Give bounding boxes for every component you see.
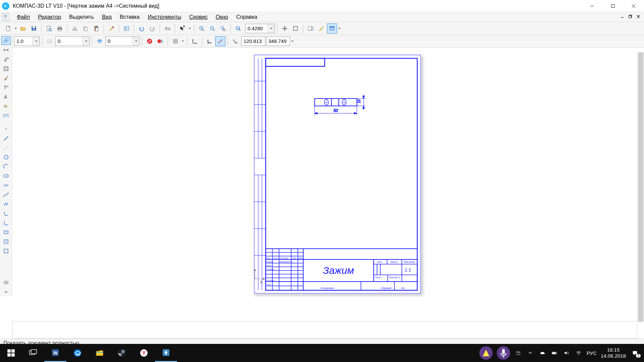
wifi-icon[interactable] <box>575 349 583 357</box>
start-button[interactable] <box>0 344 22 362</box>
toolbar1-overflow[interactable] <box>188 27 192 30</box>
dimension-panel-button[interactable] <box>1 46 11 54</box>
explorer-button[interactable] <box>89 344 111 362</box>
variables-button[interactable] <box>121 23 131 34</box>
print-button[interactable] <box>55 23 65 34</box>
alice-button[interactable] <box>479 346 493 360</box>
polyline-button[interactable] <box>1 200 11 208</box>
spline-button[interactable] <box>1 181 11 190</box>
language-indicator[interactable]: РУС <box>587 350 597 356</box>
zoom-in-button[interactable] <box>197 23 207 34</box>
panel-expand-button[interactable] <box>1 288 11 296</box>
redo-button[interactable] <box>147 23 157 34</box>
menu-select[interactable]: Выделить <box>65 13 98 21</box>
copy-button[interactable] <box>80 23 91 34</box>
menu-file[interactable]: Файл <box>13 13 34 21</box>
open-button[interactable] <box>18 23 28 34</box>
circle-button[interactable] <box>1 153 11 162</box>
ortho-button[interactable] <box>205 36 215 46</box>
mdi-minimize-button[interactable] <box>619 13 626 19</box>
document-icon[interactable] <box>2 13 9 21</box>
toolbar2-overflow[interactable] <box>291 40 294 43</box>
hatch-panel-button[interactable] <box>1 64 11 73</box>
panel-settings-button[interactable] <box>1 278 11 287</box>
text-panel-button[interactable]: T <box>1 83 11 92</box>
layer-button[interactable] <box>95 36 105 46</box>
arc-button[interactable] <box>1 162 11 171</box>
vertical-scrollbar[interactable] <box>637 52 644 322</box>
fillet-button[interactable] <box>1 219 11 227</box>
show-all-button[interactable] <box>327 23 337 34</box>
hatch-button[interactable] <box>1 237 11 246</box>
menu-tools[interactable]: Инструменты <box>144 13 185 21</box>
bezier-button[interactable] <box>1 190 11 199</box>
edit-panel-button[interactable] <box>1 74 11 82</box>
layer-arrow[interactable] <box>132 37 139 46</box>
help-cursor-button[interactable]: ? <box>177 23 187 34</box>
clock[interactable]: 16:15 14.06.2018 <box>601 347 626 359</box>
toolbar1-overflow2[interactable] <box>338 27 341 30</box>
maximize-button[interactable] <box>602 0 623 12</box>
aux-line-button[interactable] <box>1 143 11 152</box>
geometry-panel-button[interactable] <box>1 36 11 45</box>
local-cs-button[interactable] <box>190 36 200 46</box>
zoom-input[interactable] <box>246 24 268 33</box>
stop-button[interactable] <box>145 36 155 46</box>
layer-input[interactable] <box>106 37 132 46</box>
paste-button[interactable] <box>91 23 101 34</box>
yandex-button[interactable]: Y <box>133 344 155 362</box>
print-preview-button[interactable] <box>44 23 54 34</box>
rectangle-button[interactable] <box>1 228 11 237</box>
properties-button[interactable] <box>106 23 116 34</box>
chamfer-button[interactable] <box>1 209 11 218</box>
zoom-scale-button[interactable]: 1.0 <box>233 23 243 34</box>
step-arrow[interactable] <box>33 37 39 46</box>
undo-button[interactable] <box>137 23 147 34</box>
tray-chevron-icon[interactable] <box>526 349 534 357</box>
zoom-dropdown-arrow[interactable] <box>268 24 274 33</box>
zoom-window-button[interactable] <box>218 23 228 34</box>
grid-dropdown[interactable] <box>181 40 184 43</box>
menu-service[interactable]: Сервис <box>185 13 212 21</box>
function-button[interactable]: f(x) <box>162 23 172 34</box>
grid-button[interactable] <box>170 36 180 46</box>
state-input[interactable] <box>56 37 83 46</box>
save-button[interactable] <box>29 23 39 34</box>
layer-combo[interactable] <box>105 37 140 46</box>
new-dropdown[interactable] <box>14 27 17 30</box>
drawing-canvas[interactable]: Зажим 1:1 Лит. Масса Масштаб Лист Листов… <box>12 52 644 322</box>
people-icon[interactable] <box>514 349 522 357</box>
coord-x-box[interactable]: 120.813 <box>241 37 265 46</box>
symbols-panel-button[interactable] <box>1 55 11 64</box>
step-combo[interactable] <box>14 37 40 46</box>
notifications-icon[interactable]: 2 <box>630 349 640 357</box>
zoom-out-button[interactable] <box>207 23 217 34</box>
zoom-fit-button[interactable] <box>290 23 301 34</box>
word-button[interactable]: W <box>44 344 66 362</box>
round-button[interactable] <box>215 36 225 46</box>
ellipse-button[interactable] <box>1 172 11 180</box>
new-button[interactable] <box>3 23 13 34</box>
pan-button[interactable] <box>280 23 290 34</box>
minimize-button[interactable] <box>582 0 602 12</box>
state-arrow[interactable] <box>83 37 89 46</box>
menu-insert[interactable]: Вставка <box>116 13 144 21</box>
mdi-restore-button[interactable] <box>627 13 634 19</box>
coord-y-box[interactable]: 348.749 <box>266 37 290 46</box>
mdi-close-button[interactable] <box>635 13 642 19</box>
menu-view[interactable]: Вид <box>98 13 116 21</box>
coord-label-button[interactable]: YX <box>230 36 240 46</box>
equidistant-button[interactable] <box>1 247 11 255</box>
edge-button[interactable] <box>66 344 89 362</box>
line-button[interactable] <box>1 134 11 143</box>
battery-icon[interactable] <box>550 349 558 357</box>
zoom-combo[interactable] <box>245 24 275 33</box>
menu-help[interactable]: Справка <box>232 13 261 21</box>
point-button[interactable] <box>1 125 11 133</box>
onedrive-icon[interactable] <box>538 349 546 357</box>
cut-button[interactable] <box>70 23 80 34</box>
mic-button[interactable] <box>497 346 510 360</box>
parameters-panel-button[interactable] <box>1 102 11 111</box>
close-button[interactable] <box>623 0 644 12</box>
rebuild-button[interactable] <box>316 23 326 34</box>
